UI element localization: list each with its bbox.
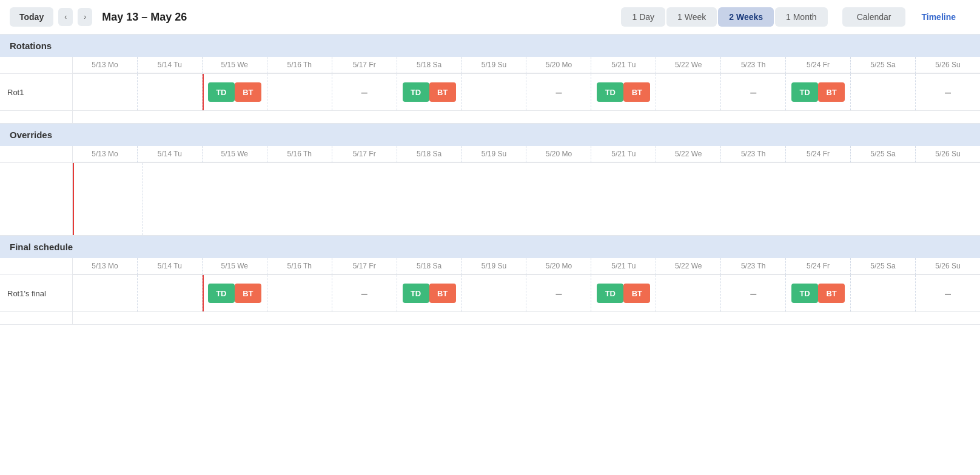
rf-day-9 bbox=[656, 275, 721, 311]
rot1-padding-row bbox=[0, 111, 980, 124]
rot1-days: TD BT – TD bbox=[73, 74, 980, 110]
rot1final-days: TD BT – TD bbox=[73, 275, 980, 311]
rf-padding-day bbox=[73, 312, 980, 324]
fs-day-header-3: 5/16 Th bbox=[267, 258, 332, 274]
overrides-header: Overrides bbox=[0, 124, 980, 146]
rot1-day-1 bbox=[138, 74, 203, 110]
rot1-dash-3: – bbox=[945, 86, 951, 99]
mode-timeline[interactable]: Timeline bbox=[907, 7, 970, 27]
rf-padding-row bbox=[0, 312, 980, 325]
fs-day-header-11: 5/24 Fr bbox=[786, 258, 851, 274]
rot1final-row: Rot1's final TD BT bbox=[0, 275, 980, 312]
rotations-header: Rotations bbox=[0, 35, 980, 57]
final-header-row: 5/13 Mo 5/14 Tu 5/15 We 5/16 Th 5/17 Fr … bbox=[0, 258, 980, 275]
rot1-row: Rot1 TD BT bbox=[0, 74, 980, 111]
rot1-padding-label bbox=[0, 111, 73, 123]
rot1-day-8: TD BT bbox=[591, 74, 656, 110]
fs-day-header-6: 5/19 Su bbox=[462, 258, 527, 274]
rot1-td-0[interactable]: TD bbox=[208, 82, 235, 102]
rot1-day-7: – bbox=[526, 74, 591, 110]
fs-day-header-1: 5/14 Tu bbox=[138, 258, 203, 274]
day-header-0: 5/13 Mo bbox=[73, 57, 138, 73]
today-line-rot1 bbox=[203, 74, 204, 110]
rf-day-3 bbox=[267, 275, 332, 311]
next-button[interactable]: › bbox=[78, 8, 92, 26]
fs-day-header-12: 5/25 Sa bbox=[851, 258, 916, 274]
overrides-grid: 5/13 Mo 5/14 Tu 5/15 We 5/16 Th 5/17 Fr … bbox=[0, 146, 980, 236]
fs-day-header-7: 5/20 Mo bbox=[526, 258, 591, 274]
rot1-td-3[interactable]: TD bbox=[791, 82, 818, 102]
ov-day-header-11: 5/24 Fr bbox=[786, 146, 851, 162]
ov-today-col bbox=[73, 163, 143, 235]
rot1-dash-2: – bbox=[750, 86, 756, 99]
rot1-bt-2[interactable]: BT bbox=[623, 82, 650, 102]
rotations-section: Rotations 5/13 Mo 5/14 Tu 5/15 We 5/16 T… bbox=[0, 35, 980, 124]
view-group: 1 Day 1 Week 2 Weeks 1 Month bbox=[621, 7, 827, 27]
rot1-label: Rot1 bbox=[0, 74, 73, 110]
ov-day-header-10: 5/23 Th bbox=[721, 146, 786, 162]
rot1-day-10: – bbox=[721, 74, 786, 110]
view-1week[interactable]: 1 Week bbox=[666, 7, 717, 27]
rf-bt-1[interactable]: BT bbox=[429, 284, 456, 303]
view-1month[interactable]: 1 Month bbox=[775, 7, 828, 27]
rot1-day-12 bbox=[851, 74, 916, 110]
day-header-8: 5/21 Tu bbox=[591, 57, 656, 73]
final-grid: 5/13 Mo 5/14 Tu 5/15 We 5/16 Th 5/17 Fr … bbox=[0, 258, 980, 325]
rot1-bt-3[interactable]: BT bbox=[818, 82, 845, 102]
rot1-bt-1[interactable]: BT bbox=[429, 82, 456, 102]
overrides-header-row: 5/13 Mo 5/14 Tu 5/15 We 5/16 Th 5/17 Fr … bbox=[0, 146, 980, 163]
mode-calendar[interactable]: Calendar bbox=[842, 7, 906, 27]
rf-td-2[interactable]: TD bbox=[597, 284, 623, 303]
rot1-day-5: TD BT bbox=[397, 74, 462, 110]
day-header-11: 5/24 Fr bbox=[786, 57, 851, 73]
rot1-day-4: – bbox=[332, 74, 397, 110]
view-1day[interactable]: 1 Day bbox=[621, 7, 665, 27]
day-header-1: 5/14 Tu bbox=[138, 57, 203, 73]
ov-day-header-5: 5/18 Sa bbox=[397, 146, 462, 162]
ov-day-header-13: 5/26 Su bbox=[916, 146, 980, 162]
final-section: Final schedule 5/13 Mo 5/14 Tu 5/15 We 5… bbox=[0, 236, 980, 325]
today-line-final bbox=[203, 275, 204, 311]
rot1-padding-days bbox=[73, 111, 980, 123]
rot1-td-2[interactable]: TD bbox=[597, 82, 623, 102]
rf-day-8: TD BT bbox=[591, 275, 656, 311]
day-header-6: 5/19 Su bbox=[462, 57, 527, 73]
overrides-days-header: 5/13 Mo 5/14 Tu 5/15 We 5/16 Th 5/17 Fr … bbox=[73, 146, 980, 162]
rotations-days-header: 5/13 Mo 5/14 Tu 5/15 We 5/16 Th 5/17 Fr … bbox=[73, 57, 980, 73]
rot1-shift-1: TD BT bbox=[403, 82, 456, 102]
rf-day-6 bbox=[462, 275, 527, 311]
rot1-bt-0[interactable]: BT bbox=[235, 82, 261, 102]
overrides-empty-label bbox=[0, 163, 73, 235]
fs-day-header-5: 5/18 Sa bbox=[397, 258, 462, 274]
rf-bt-0[interactable]: BT bbox=[235, 284, 261, 303]
day-header-12: 5/25 Sa bbox=[851, 57, 916, 73]
rf-td-0[interactable]: TD bbox=[208, 284, 235, 303]
today-button[interactable]: Today bbox=[10, 7, 53, 27]
rot1-shift-2: TD BT bbox=[597, 82, 650, 102]
overrides-label-header bbox=[0, 146, 73, 162]
day-header-5: 5/18 Sa bbox=[397, 57, 462, 73]
rf-shift-0: TD BT bbox=[208, 284, 261, 303]
rf-dash-0: – bbox=[361, 287, 368, 300]
rot1-day-0 bbox=[73, 74, 138, 110]
view-2weeks[interactable]: 2 Weeks bbox=[718, 7, 774, 27]
rot1-day-13: – bbox=[916, 74, 980, 110]
rf-bt-3[interactable]: BT bbox=[818, 284, 845, 303]
rf-td-3[interactable]: TD bbox=[791, 284, 818, 303]
rot1-shift-3: TD BT bbox=[791, 82, 845, 102]
schedule-container: Rotations 5/13 Mo 5/14 Tu 5/15 We 5/16 T… bbox=[0, 35, 980, 325]
day-header-13: 5/26 Su bbox=[916, 57, 980, 73]
ov-day-header-3: 5/16 Th bbox=[267, 146, 332, 162]
prev-button[interactable]: ‹ bbox=[58, 8, 73, 26]
rf-td-1[interactable]: TD bbox=[403, 284, 429, 303]
rf-shift-1: TD BT bbox=[403, 284, 456, 303]
rot1-td-1[interactable]: TD bbox=[403, 82, 429, 102]
overrides-empty-days bbox=[73, 163, 980, 235]
final-header: Final schedule bbox=[0, 236, 980, 258]
ov-day-header-0: 5/13 Mo bbox=[73, 146, 138, 162]
ov-day-header-7: 5/20 Mo bbox=[526, 146, 591, 162]
ov-day-header-9: 5/22 We bbox=[656, 146, 721, 162]
rf-bt-2[interactable]: BT bbox=[623, 284, 650, 303]
rot1-day-3 bbox=[267, 74, 332, 110]
overrides-empty-row bbox=[0, 163, 980, 236]
